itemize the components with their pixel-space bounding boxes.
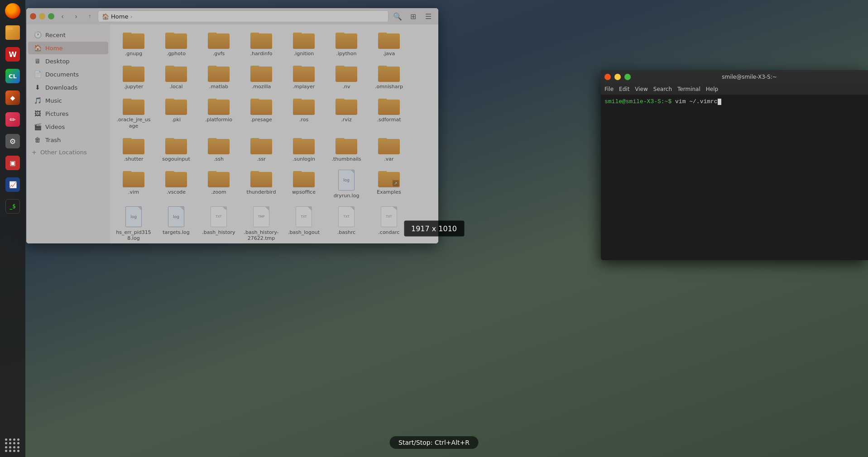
folder-omnisharp[interactable]: .omnisharp xyxy=(369,61,409,92)
settings-icon[interactable]: ⚙ xyxy=(4,132,22,150)
apps-grid-icon[interactable] xyxy=(5,438,20,452)
folder-shutter[interactable]: .shutter xyxy=(114,133,153,165)
folder-sdformat[interactable]: .sdformat xyxy=(369,94,409,131)
fm-forward-button[interactable]: › xyxy=(71,11,82,22)
clion-icon[interactable]: CL xyxy=(4,67,22,85)
terminal-icon[interactable]: _$ xyxy=(4,197,22,215)
documents-icon: 📄 xyxy=(34,70,42,78)
sidebar-item-documents[interactable]: 📄 Documents xyxy=(28,68,108,81)
file-bash-history-tmp[interactable]: TMP .bash_history-27622.tmp xyxy=(241,203,281,243)
folder-pki[interactable]: .pki xyxy=(156,94,196,131)
terminal-menu-file[interactable]: File xyxy=(604,86,614,92)
desktop-icon: 🖥 xyxy=(34,57,42,65)
folder-thunderbird[interactable]: thunderbird xyxy=(241,167,281,201)
folder-local-label: .local xyxy=(169,84,182,90)
terminal-close-button[interactable] xyxy=(604,74,611,80)
sublime-icon[interactable]: ◆ xyxy=(4,89,22,107)
fm-back-button[interactable]: ‹ xyxy=(57,11,68,22)
sidebar-item-desktop[interactable]: 🖥 Desktop xyxy=(28,55,108,67)
folder-ssh[interactable]: .ssh xyxy=(199,133,239,165)
terminal-menu-view[interactable]: View xyxy=(635,86,647,92)
folder-oracle[interactable]: .oracle_jre_usage xyxy=(114,94,153,131)
folder-gphoto[interactable]: .gphoto xyxy=(156,28,196,59)
terminal-minimize-button[interactable] xyxy=(614,74,621,80)
folder-rviz[interactable]: .rviz xyxy=(326,94,366,131)
file-condarc-label: .condarc xyxy=(378,229,399,235)
terminal-command: vim ~/.vimrc xyxy=(675,98,718,105)
file-bashrc[interactable]: TXT .bashrc xyxy=(326,203,366,243)
folder-vscode[interactable]: .vscode xyxy=(156,167,196,201)
fm-search-button[interactable]: 🔍 xyxy=(391,10,404,23)
terminal-menu-help[interactable]: Help xyxy=(706,86,718,92)
unknown-app-icon[interactable]: ▣ xyxy=(4,154,22,172)
folder-matlab[interactable]: .matlab xyxy=(199,61,239,92)
folder-ros[interactable]: .ros xyxy=(284,94,324,131)
folder-platformio[interactable]: .platformio xyxy=(199,94,239,131)
folder-java[interactable]: .java xyxy=(369,28,409,59)
file-dryrun-log[interactable]: log dryrun.log xyxy=(326,167,366,201)
paint-icon[interactable]: ✏ xyxy=(4,110,22,129)
fm-location-bar[interactable]: 🏠 Home › xyxy=(98,10,388,22)
system-monitor-icon[interactable]: 📈 xyxy=(4,176,22,194)
folder-matlab-label: .matlab xyxy=(209,84,228,90)
sidebar-item-pictures[interactable]: 🖼 Pictures xyxy=(28,107,108,120)
folder-examples[interactable]: ↗ Examples xyxy=(369,167,409,201)
fm-up-button[interactable]: ↑ xyxy=(84,11,95,22)
folder-ipython[interactable]: .ipython xyxy=(326,28,366,59)
folder-wpsoffice[interactable]: wpsoffice xyxy=(284,167,324,201)
sidebar-other-locations[interactable]: + Other Locations xyxy=(26,147,110,158)
folder-presage[interactable]: .presage xyxy=(241,94,281,131)
terminal-menu-search[interactable]: Search xyxy=(653,86,672,92)
folder-jupyter-label: .jupyter xyxy=(124,84,144,90)
terminal-maximize-button[interactable] xyxy=(624,74,631,80)
sidebar-item-downloads[interactable]: ⬇ Downloads xyxy=(28,81,108,94)
folder-zoom-label: .zoom xyxy=(211,189,226,195)
folder-mplayer[interactable]: .mplayer xyxy=(284,61,324,92)
fm-content[interactable]: .gnupg .gphoto .gvfs .hardinfo xyxy=(110,24,438,243)
screencast-label: Start/Stop: Ctrl+Alt+R xyxy=(398,439,470,446)
firefox-icon[interactable] xyxy=(4,2,22,20)
folder-sogouinput[interactable]: sogouinput xyxy=(156,133,196,165)
sidebar-item-recent[interactable]: 🕐 Recent xyxy=(28,29,108,41)
screencast-bar: Start/Stop: Ctrl+Alt+R xyxy=(389,436,479,449)
folder-zoom[interactable]: .zoom xyxy=(199,167,239,201)
fm-maximize-button[interactable] xyxy=(48,13,54,19)
sidebar-item-videos[interactable]: 🎬 Videos xyxy=(28,120,108,133)
folder-wpsoffice-label: wpsoffice xyxy=(292,189,316,195)
folder-local[interactable]: .local xyxy=(156,61,196,92)
terminal-prompt: smile@smile-X3-S:~$ xyxy=(604,98,671,105)
sidebar-item-trash[interactable]: 🗑 Trash xyxy=(28,133,108,146)
folder-ssr[interactable]: .ssr xyxy=(241,133,281,165)
terminal-body[interactable]: smile@smile-X3-S:~$ vim ~/.vimrc xyxy=(601,95,868,260)
fm-menu-button[interactable]: ☰ xyxy=(422,10,435,23)
folder-hardinfo-label: .hardinfo xyxy=(250,51,272,57)
file-bash-history[interactable]: TXT .bash_history xyxy=(199,203,239,243)
file-condarc[interactable]: TXT .condarc xyxy=(369,203,409,243)
folder-gvfs[interactable]: .gvfs xyxy=(199,28,239,59)
fm-minimize-button[interactable] xyxy=(39,13,45,19)
folder-thumbnails[interactable]: .thumbnails xyxy=(326,133,366,165)
file-bash-logout[interactable]: TXT .bash_logout xyxy=(284,203,324,243)
folder-ssr-label: .ssr xyxy=(257,156,265,162)
folder-examples-label: Examples xyxy=(377,189,401,195)
terminal-menu-edit[interactable]: Edit xyxy=(619,86,629,92)
folder-nv[interactable]: .nv xyxy=(326,61,366,92)
fm-close-button[interactable] xyxy=(30,13,36,19)
folder-mozilla[interactable]: .mozilla xyxy=(241,61,281,92)
files-icon[interactable] xyxy=(4,24,22,42)
fm-view-button[interactable]: ⊞ xyxy=(407,10,419,23)
folder-hardinfo[interactable]: .hardinfo xyxy=(241,28,281,59)
folder-sunlogin[interactable]: .sunlogin xyxy=(284,133,324,165)
folder-mplayer-label: .mplayer xyxy=(293,84,315,90)
terminal-menu-terminal[interactable]: Terminal xyxy=(677,86,700,92)
folder-vim[interactable]: .vim xyxy=(114,167,153,201)
wps-icon[interactable]: W xyxy=(4,45,22,63)
sidebar-item-music[interactable]: 🎵 Music xyxy=(28,94,108,107)
folder-jupyter[interactable]: .jupyter xyxy=(114,61,153,92)
folder-gnupg[interactable]: .gnupg xyxy=(114,28,153,59)
file-targets-log[interactable]: log targets.log xyxy=(156,203,196,243)
file-hserr[interactable]: log hs_err_pid3158.log xyxy=(114,203,153,243)
sidebar-item-home[interactable]: 🏠 Home xyxy=(28,42,108,54)
folder-ignition[interactable]: .ignition xyxy=(284,28,324,59)
folder-var[interactable]: .var xyxy=(369,133,409,165)
